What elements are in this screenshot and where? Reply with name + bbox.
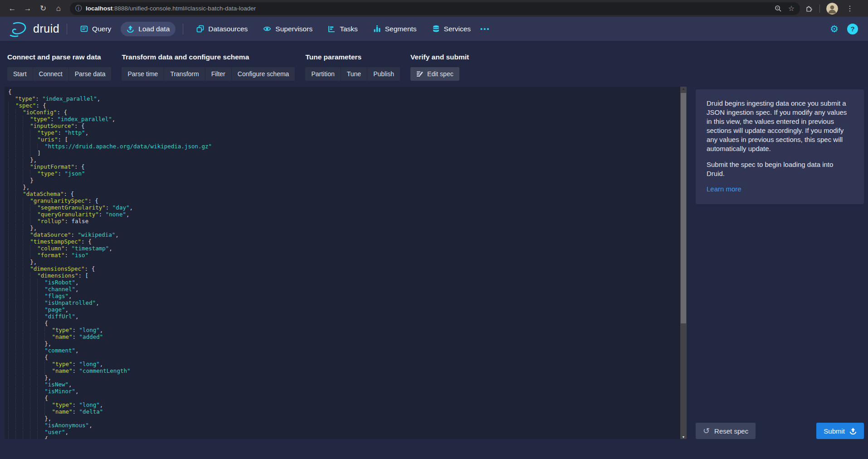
submit-label: Submit [824,427,845,435]
nav-item-label: Datasources [208,25,248,33]
nav-item-label: Services [444,25,471,33]
query-icon [80,25,88,33]
nav-item-label: Load data [138,25,170,33]
step-button-configure-schema[interactable]: Configure schema [232,67,295,81]
nav-item-services[interactable]: Services [426,22,477,36]
nav-more-icon[interactable]: ••• [477,25,494,33]
nav-item-supervisors[interactable]: Supervisors [257,22,318,36]
nav-divider [67,24,67,34]
step-button-edit-spec[interactable]: Edit spec [410,67,459,81]
help-callout: Druid begins ingesting data once you sub… [696,89,864,204]
step-group-tune: Tune parameters Partition Tune Publish [305,53,400,81]
settings-gear-icon[interactable]: ⚙ [830,24,839,34]
browser-menu-icon[interactable]: ⋮ [844,4,855,13]
url-host: localhost [86,5,112,12]
browser-reload-icon[interactable]: ↻ [35,4,51,13]
url-path: :8888/unified-console.html#classic-batch… [112,5,256,12]
spec-actions: ↺ Reset spec Submit [696,423,864,439]
step-button-partition[interactable]: Partition [305,67,340,81]
url-text[interactable]: localhost:8888/unified-console.html#clas… [86,5,768,12]
main-content: { "type": "index_parallel", "spec": { "i… [0,87,868,439]
tasks-icon [328,25,336,33]
step-button-label: Edit spec [427,70,454,78]
supervisors-icon [263,25,271,33]
nav-item-datasources[interactable]: Datasources [190,22,254,36]
step-group-title: Connect and parse raw data [7,53,111,61]
edit-spec-icon [416,70,424,78]
zoom-page-icon[interactable] [775,5,782,12]
spec-editor-code[interactable]: { "type": "index_parallel", "spec": { "i… [5,87,687,439]
step-button-parse-time[interactable]: Parse time [122,67,164,81]
step-group-verify: Verify and submit Edit spec [410,53,469,81]
nav-item-segments[interactable]: Segments [367,22,423,36]
nav-item-load-data[interactable]: Load data [121,22,176,36]
help-paragraph: Druid begins ingesting data once you sub… [707,99,853,153]
druid-logo-icon [8,21,29,37]
step-group-title: Transform data and configure schema [122,53,295,61]
reset-icon: ↺ [703,427,710,435]
learn-more-link[interactable]: Learn more [707,185,741,193]
step-button-start[interactable]: Start [7,67,33,81]
nav-item-query[interactable]: Query [74,22,117,36]
right-column: Druid begins ingesting data once you sub… [696,87,864,439]
loader-steps: Connect and parse raw data Start Connect… [0,41,868,87]
step-button-tune[interactable]: Tune [341,67,367,81]
step-button-filter[interactable]: Filter [205,67,231,81]
scrollbar-thumb[interactable] [681,93,686,323]
browser-toolbar: ← → ↻ ⌂ ⓘ localhost:8888/unified-console… [0,0,868,17]
address-bar[interactable]: ⓘ localhost:8888/unified-console.html#cl… [70,2,800,15]
submit-arrow-icon [849,427,857,435]
services-icon [432,25,440,33]
reset-spec-label: Reset spec [714,427,748,435]
step-button-transform[interactable]: Transform [164,67,205,81]
load-data-icon [127,25,134,33]
segments-icon [373,25,381,33]
nav-item-label: Segments [385,25,417,33]
datasources-icon [196,25,204,33]
extensions-icon[interactable] [805,5,813,12]
scrollbar-down-icon[interactable]: ▼ [680,435,687,439]
step-button-publish[interactable]: Publish [367,67,400,81]
submit-button[interactable]: Submit [816,423,864,439]
profile-avatar[interactable] [826,3,838,15]
druid-brand: druid [8,21,59,37]
spec-editor[interactable]: { "type": "index_parallel", "spec": { "i… [5,87,687,439]
app-navbar: druid Query Load data Datasources Superv… [0,17,868,41]
brand-name: druid [33,22,59,35]
step-button-parse-data[interactable]: Parse data [69,67,112,81]
bookmark-star-icon[interactable]: ☆ [788,4,795,13]
step-group-transform: Transform data and configure schema Pars… [122,53,295,81]
site-info-icon[interactable]: ⓘ [75,5,82,13]
scrollbar-up-icon[interactable]: ▲ [680,87,687,90]
step-group-title: Tune parameters [305,53,400,61]
nav-item-tasks[interactable]: Tasks [322,22,364,36]
help-paragraph: Submit the spec to begin loading data in… [707,160,853,178]
browser-forward-icon[interactable]: → [20,4,35,13]
step-group-connect: Connect and parse raw data Start Connect… [7,53,111,81]
step-button-connect[interactable]: Connect [33,67,68,81]
toolbar-divider [819,5,820,13]
browser-home-icon[interactable]: ⌂ [51,4,66,13]
nav-divider [183,24,183,34]
help-icon[interactable]: ? [847,24,858,34]
step-group-title: Verify and submit [410,53,469,61]
reset-spec-button[interactable]: ↺ Reset spec [696,423,756,439]
nav-item-label: Supervisors [275,25,312,33]
browser-back-icon[interactable]: ← [5,4,20,13]
nav-item-label: Tasks [340,25,358,33]
nav-item-label: Query [92,25,111,33]
editor-scrollbar[interactable]: ▲ ▼ [680,87,687,439]
